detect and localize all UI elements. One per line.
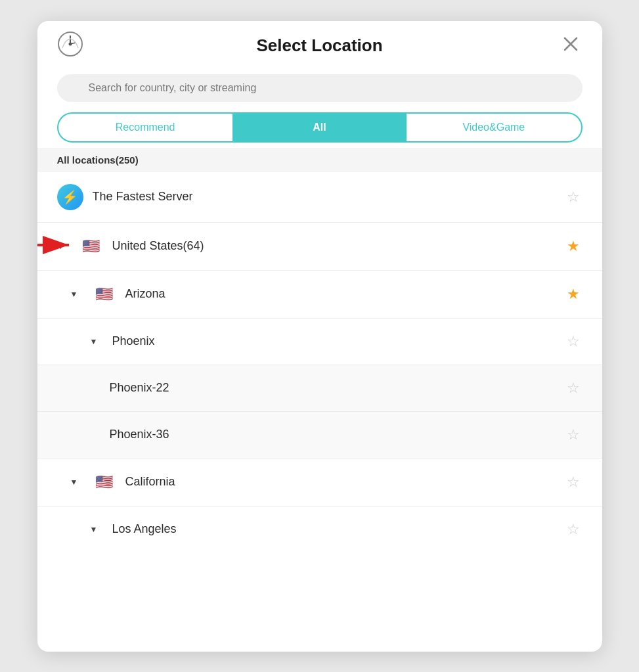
item-label: California [125,475,175,489]
state-flag: 🇺🇸 [92,282,116,306]
favorite-button[interactable]: ☆ [564,424,583,446]
favorite-button[interactable]: ☆ [564,186,583,208]
item-label: Phoenix-22 [110,381,169,395]
item-label: Phoenix [112,334,154,348]
list-item[interactable]: ⚡ The Fastest Server ☆ [37,172,602,223]
item-label: Arizona [125,287,165,301]
page-title: Select Location [256,35,382,56]
item-content: ▼ 🇺🇸 California [70,470,564,494]
search-input[interactable] [57,74,583,102]
section-header: All locations(250) [37,148,602,172]
country-flag: 🇺🇸 [79,235,102,258]
select-location-modal: Select Location Recommend All Video&Game [37,21,602,652]
favorite-button[interactable]: ☆ [564,518,583,541]
favorite-button[interactable]: ★ [564,283,583,305]
list-item[interactable]: Phoenix-36 ☆ [37,412,602,459]
speedometer-icon [57,31,83,57]
location-list: ⚡ The Fastest Server ☆ ▼ [37,172,602,552]
modal-header: Select Location [37,21,602,68]
tab-video-game[interactable]: Video&Game [407,114,581,141]
search-wrapper [57,74,583,102]
item-label: Los Angeles [112,522,176,536]
fastest-server-icon: ⚡ [57,184,83,210]
list-item[interactable]: ▼ 🇺🇸 Arizona ★ [37,271,602,319]
list-item[interactable]: ▼ Los Angeles ☆ [37,506,602,552]
item-content: Phoenix-36 [110,428,564,441]
close-button[interactable] [559,32,583,56]
chevron-icon: ▼ [70,290,78,299]
chevron-icon: ▼ [90,525,98,534]
list-item[interactable]: ▼ Phoenix ☆ [37,319,602,365]
item-content: Phoenix-22 [110,381,564,395]
item-content: ▼ Los Angeles [90,522,564,536]
state-flag: 🇺🇸 [92,470,116,494]
tab-recommend[interactable]: Recommend [58,114,232,141]
list-item[interactable]: ▼ 🇺🇸 California ☆ [37,459,602,506]
chevron-icon: ▼ [70,478,78,487]
item-label: United States(64) [112,239,204,253]
item-content: ▼ Phoenix [90,334,564,348]
favorite-button[interactable]: ☆ [564,330,583,353]
search-container [37,68,602,112]
chevron-icon: ▼ [57,242,65,251]
item-label: Phoenix-36 [110,428,169,441]
item-content: ⚡ The Fastest Server [57,184,564,210]
tabs-container: Recommend All Video&Game [57,112,583,143]
item-label: The Fastest Server [93,190,193,204]
svg-point-3 [68,43,72,46]
list-item[interactable]: Phoenix-22 ☆ [37,365,602,412]
chevron-icon: ▼ [90,337,98,346]
tab-all[interactable]: All [232,114,407,141]
item-content: ▼ 🇺🇸 Arizona [70,282,564,306]
favorite-button[interactable]: ☆ [564,377,583,399]
item-content: ▼ 🇺🇸 United States(64) [57,235,564,258]
list-item[interactable]: ▼ 🇺🇸 United States(64) ★ [37,223,602,271]
favorite-button[interactable]: ★ [564,235,583,258]
favorite-button[interactable]: ☆ [564,471,583,493]
